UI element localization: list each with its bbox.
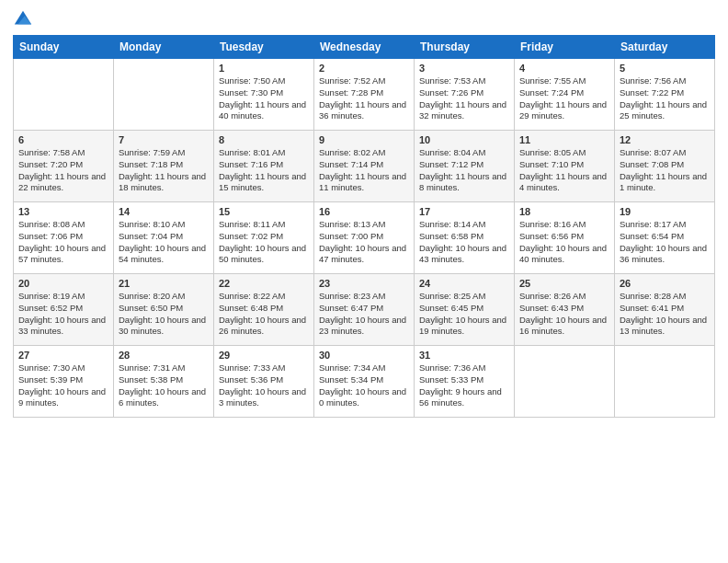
day-cell: 26 Sunrise: 8:28 AMSunset: 6:41 PMDaylig… <box>615 274 715 346</box>
column-header-thursday: Thursday <box>415 36 515 59</box>
day-info: Sunrise: 8:07 AMSunset: 7:08 PMDaylight:… <box>620 147 710 194</box>
day-cell: 10 Sunrise: 8:04 AMSunset: 7:12 PMDaylig… <box>415 131 515 202</box>
day-cell: 24 Sunrise: 8:25 AMSunset: 6:45 PMDaylig… <box>415 274 515 346</box>
column-header-monday: Monday <box>114 36 214 59</box>
day-info: Sunrise: 8:16 AMSunset: 6:56 PMDaylight:… <box>519 219 609 266</box>
day-number: 4 <box>519 63 609 74</box>
day-cell: 25 Sunrise: 8:26 AMSunset: 6:43 PMDaylig… <box>515 274 615 346</box>
day-cell: 1 Sunrise: 7:50 AMSunset: 7:30 PMDayligh… <box>214 59 314 131</box>
day-cell: 9 Sunrise: 8:02 AMSunset: 7:14 PMDayligh… <box>314 131 415 202</box>
day-number: 26 <box>620 278 710 289</box>
day-cell: 27 Sunrise: 7:30 AMSunset: 5:39 PMDaylig… <box>14 346 114 418</box>
day-info: Sunrise: 7:50 AMSunset: 7:30 PMDaylight:… <box>219 75 309 122</box>
day-cell <box>515 346 615 418</box>
day-info: Sunrise: 8:04 AMSunset: 7:12 PMDaylight:… <box>419 147 509 194</box>
day-cell: 2 Sunrise: 7:52 AMSunset: 7:28 PMDayligh… <box>314 59 415 131</box>
day-info: Sunrise: 8:01 AMSunset: 7:16 PMDaylight:… <box>219 147 309 194</box>
day-info: Sunrise: 7:52 AMSunset: 7:28 PMDaylight:… <box>319 75 409 122</box>
week-row-4: 20 Sunrise: 8:19 AMSunset: 6:52 PMDaylig… <box>14 274 715 346</box>
day-number: 10 <box>419 134 509 145</box>
day-number: 5 <box>620 63 710 74</box>
day-info: Sunrise: 7:58 AMSunset: 7:20 PMDaylight:… <box>18 147 108 194</box>
column-header-saturday: Saturday <box>615 36 715 59</box>
day-cell: 17 Sunrise: 8:14 AMSunset: 6:58 PMDaylig… <box>415 202 515 274</box>
day-cell: 16 Sunrise: 8:13 AMSunset: 7:00 PMDaylig… <box>314 202 415 274</box>
header <box>13 9 715 29</box>
day-number: 20 <box>18 278 108 289</box>
day-info: Sunrise: 7:56 AMSunset: 7:22 PMDaylight:… <box>620 75 710 122</box>
day-info: Sunrise: 8:23 AMSunset: 6:47 PMDaylight:… <box>319 291 409 338</box>
day-cell: 29 Sunrise: 7:33 AMSunset: 5:36 PMDaylig… <box>214 346 314 418</box>
day-number: 27 <box>18 350 108 361</box>
day-cell <box>615 346 715 418</box>
day-info: Sunrise: 7:59 AMSunset: 7:18 PMDaylight:… <box>119 147 209 194</box>
day-info: Sunrise: 7:36 AMSunset: 5:33 PMDaylight:… <box>419 362 509 409</box>
day-info: Sunrise: 7:30 AMSunset: 5:39 PMDaylight:… <box>18 362 108 409</box>
day-cell: 15 Sunrise: 8:11 AMSunset: 7:02 PMDaylig… <box>214 202 314 274</box>
calendar-table: SundayMondayTuesdayWednesdayThursdayFrid… <box>13 35 715 418</box>
day-number: 19 <box>620 206 710 217</box>
day-info: Sunrise: 7:53 AMSunset: 7:26 PMDaylight:… <box>419 75 509 122</box>
week-row-5: 27 Sunrise: 7:30 AMSunset: 5:39 PMDaylig… <box>14 346 715 418</box>
day-cell: 8 Sunrise: 8:01 AMSunset: 7:16 PMDayligh… <box>214 131 314 202</box>
day-number: 25 <box>519 278 609 289</box>
day-info: Sunrise: 7:55 AMSunset: 7:24 PMDaylight:… <box>519 75 609 122</box>
calendar-header-row: SundayMondayTuesdayWednesdayThursdayFrid… <box>14 36 715 59</box>
day-info: Sunrise: 8:17 AMSunset: 6:54 PMDaylight:… <box>620 219 710 266</box>
day-cell <box>114 59 214 131</box>
day-number: 22 <box>219 278 309 289</box>
column-header-wednesday: Wednesday <box>314 36 415 59</box>
day-cell: 30 Sunrise: 7:34 AMSunset: 5:34 PMDaylig… <box>314 346 415 418</box>
day-number: 3 <box>419 63 509 74</box>
day-number: 17 <box>419 206 509 217</box>
day-number: 29 <box>219 350 309 361</box>
day-number: 9 <box>319 134 409 145</box>
day-info: Sunrise: 8:20 AMSunset: 6:50 PMDaylight:… <box>119 291 209 338</box>
day-info: Sunrise: 8:19 AMSunset: 6:52 PMDaylight:… <box>18 291 108 338</box>
day-cell: 21 Sunrise: 8:20 AMSunset: 6:50 PMDaylig… <box>114 274 214 346</box>
day-info: Sunrise: 7:34 AMSunset: 5:34 PMDaylight:… <box>319 362 409 409</box>
day-info: Sunrise: 7:33 AMSunset: 5:36 PMDaylight:… <box>219 362 309 409</box>
day-number: 24 <box>419 278 509 289</box>
day-number: 15 <box>219 206 309 217</box>
day-cell <box>14 59 114 131</box>
day-info: Sunrise: 7:31 AMSunset: 5:38 PMDaylight:… <box>119 362 209 409</box>
day-number: 28 <box>119 350 209 361</box>
day-info: Sunrise: 8:11 AMSunset: 7:02 PMDaylight:… <box>219 219 309 266</box>
day-number: 1 <box>219 63 309 74</box>
day-number: 6 <box>18 134 108 145</box>
logo <box>13 9 35 29</box>
week-row-1: 1 Sunrise: 7:50 AMSunset: 7:30 PMDayligh… <box>14 59 715 131</box>
day-number: 31 <box>419 350 509 361</box>
day-number: 18 <box>519 206 609 217</box>
day-info: Sunrise: 8:28 AMSunset: 6:41 PMDaylight:… <box>620 291 710 338</box>
day-info: Sunrise: 8:05 AMSunset: 7:10 PMDaylight:… <box>519 147 609 194</box>
day-cell: 12 Sunrise: 8:07 AMSunset: 7:08 PMDaylig… <box>615 131 715 202</box>
day-cell: 3 Sunrise: 7:53 AMSunset: 7:26 PMDayligh… <box>415 59 515 131</box>
day-number: 14 <box>119 206 209 217</box>
day-cell: 11 Sunrise: 8:05 AMSunset: 7:10 PMDaylig… <box>515 131 615 202</box>
day-info: Sunrise: 8:22 AMSunset: 6:48 PMDaylight:… <box>219 291 309 338</box>
day-number: 13 <box>18 206 108 217</box>
day-cell: 31 Sunrise: 7:36 AMSunset: 5:33 PMDaylig… <box>415 346 515 418</box>
day-info: Sunrise: 8:08 AMSunset: 7:06 PMDaylight:… <box>18 219 108 266</box>
day-number: 2 <box>319 63 409 74</box>
day-number: 12 <box>620 134 710 145</box>
day-info: Sunrise: 8:02 AMSunset: 7:14 PMDaylight:… <box>319 147 409 194</box>
day-cell: 20 Sunrise: 8:19 AMSunset: 6:52 PMDaylig… <box>14 274 114 346</box>
day-cell: 13 Sunrise: 8:08 AMSunset: 7:06 PMDaylig… <box>14 202 114 274</box>
logo-icon <box>13 9 33 29</box>
day-cell: 19 Sunrise: 8:17 AMSunset: 6:54 PMDaylig… <box>615 202 715 274</box>
day-number: 23 <box>319 278 409 289</box>
day-info: Sunrise: 8:13 AMSunset: 7:00 PMDaylight:… <box>319 219 409 266</box>
day-cell: 5 Sunrise: 7:56 AMSunset: 7:22 PMDayligh… <box>615 59 715 131</box>
day-number: 30 <box>319 350 409 361</box>
day-info: Sunrise: 8:10 AMSunset: 7:04 PMDaylight:… <box>119 219 209 266</box>
day-cell: 28 Sunrise: 7:31 AMSunset: 5:38 PMDaylig… <box>114 346 214 418</box>
day-info: Sunrise: 8:14 AMSunset: 6:58 PMDaylight:… <box>419 219 509 266</box>
day-number: 8 <box>219 134 309 145</box>
day-cell: 4 Sunrise: 7:55 AMSunset: 7:24 PMDayligh… <box>515 59 615 131</box>
day-info: Sunrise: 8:25 AMSunset: 6:45 PMDaylight:… <box>419 291 509 338</box>
column-header-tuesday: Tuesday <box>214 36 314 59</box>
day-number: 7 <box>119 134 209 145</box>
